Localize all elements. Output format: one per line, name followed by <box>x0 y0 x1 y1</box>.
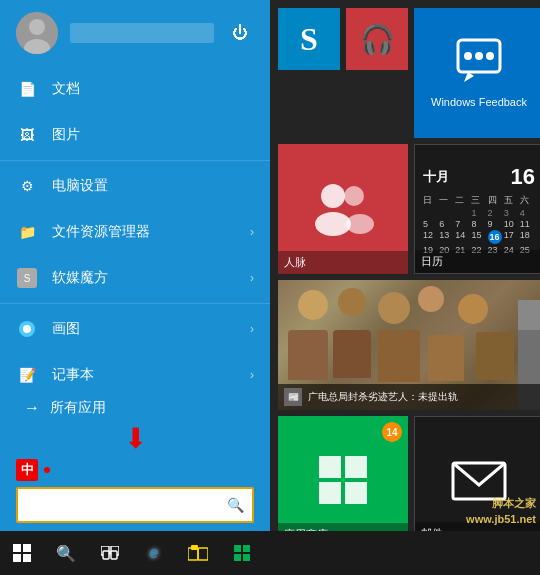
search-input[interactable] <box>26 498 221 513</box>
cal-grid: 日一二三四五六 1234 567891011 12131415161718 19… <box>423 194 535 255</box>
menu-item-pictures[interactable]: 🖼 图片 <box>0 112 270 158</box>
explorer-label: 文件资源管理器 <box>52 223 236 241</box>
svg-point-10 <box>464 52 472 60</box>
user-header: ⏻ <box>0 0 270 66</box>
pictures-label: 图片 <box>52 126 254 144</box>
divider-1 <box>0 160 270 161</box>
menu-items-list: 📄 文档 🖼 图片 ⚙ 电脑设置 📁 文件资源管理器 › S 软媒魔方 › <box>0 66 270 387</box>
svg-rect-33 <box>234 545 241 552</box>
tile-headphone[interactable]: 🎧 <box>346 8 408 70</box>
menu-item-softcube[interactable]: S 软媒魔方 › <box>0 255 270 301</box>
settings-label: 电脑设置 <box>52 177 254 195</box>
news-image: 📰 广电总局封杀劣迹艺人：未提出轨 <box>278 280 540 410</box>
calendar-content: 十月 16 日一二三四五六 1234 567891011 12131415161… <box>415 158 540 261</box>
ime-row: 中 <box>8 457 262 483</box>
news-headline: 广电总局封杀劣迹艺人：未提出轨 <box>308 390 458 404</box>
tile-windows-feedback[interactable]: Windows Feedback <box>414 8 540 138</box>
svg-rect-17 <box>319 456 341 478</box>
down-arrow-icon: ⬇ <box>124 425 147 453</box>
softcube-arrow: › <box>250 271 254 285</box>
paint-arrow: › <box>250 322 254 336</box>
tiles-row-3: 📰 广电总局封杀劣迹艺人：未提出轨 <box>278 280 540 410</box>
tiles-row-2: 人脉 十月 16 日一二三四五六 1234 567891011 12131415… <box>278 144 540 274</box>
svg-point-12 <box>486 52 494 60</box>
svg-text:S: S <box>24 273 31 284</box>
all-apps-item[interactable]: → 所有应用 <box>8 391 262 425</box>
tile-people[interactable]: 人脉 <box>278 144 408 274</box>
cal-month: 十月 <box>423 168 449 186</box>
store-badge: 14 <box>382 422 402 442</box>
pictures-icon: 🖼 <box>16 124 38 146</box>
explorer-arrow: › <box>250 225 254 239</box>
tiles-panel: S 🎧 Windows Feedback <box>270 0 540 531</box>
menu-item-settings[interactable]: ⚙ 电脑设置 <box>0 163 270 209</box>
svg-rect-29 <box>111 551 117 559</box>
people-icon <box>308 178 378 241</box>
ime-indicator[interactable]: 中 <box>16 459 38 481</box>
explorer-icon: 📁 <box>16 221 38 243</box>
tile-news[interactable]: 📰 广电总局封杀劣迹艺人：未提出轨 <box>278 280 540 410</box>
softcube-icon: S <box>16 267 38 289</box>
search-icon[interactable]: 🔍 <box>227 497 244 513</box>
tile-calendar[interactable]: 十月 16 日一二三四五六 1234 567891011 12131415161… <box>414 144 540 274</box>
watermark-line1: 脚本之家 <box>466 496 536 511</box>
cal-day: 16 <box>511 164 535 190</box>
paint-icon <box>16 318 38 340</box>
divider-2 <box>0 303 270 304</box>
power-button[interactable]: ⏻ <box>226 19 254 47</box>
documents-icon: 📄 <box>16 78 38 100</box>
svg-rect-20 <box>345 482 367 504</box>
svg-rect-18 <box>345 456 367 478</box>
avatar[interactable] <box>16 12 58 54</box>
taskbar-store[interactable] <box>220 531 264 575</box>
menu-item-notepad[interactable]: 📝 记事本 › <box>0 352 270 387</box>
svg-rect-22 <box>13 544 21 552</box>
watermark: 脚本之家 www.jb51.net <box>466 496 536 527</box>
notepad-icon: 📝 <box>16 364 38 386</box>
svg-rect-25 <box>23 554 31 562</box>
taskbar-task-view[interactable] <box>88 531 132 575</box>
start-button[interactable] <box>0 531 44 575</box>
menu-item-explorer[interactable]: 📁 文件资源管理器 › <box>0 209 270 255</box>
notepad-label: 记事本 <box>52 366 236 384</box>
svg-rect-23 <box>23 544 31 552</box>
svg-rect-32 <box>198 548 208 560</box>
tile-store[interactable]: 14 应用商店 <box>278 416 408 546</box>
svg-rect-34 <box>243 545 250 552</box>
tiles-row-1: S 🎧 Windows Feedback <box>278 8 540 138</box>
search-bar: 🔍 <box>16 487 254 523</box>
svg-rect-35 <box>234 554 241 561</box>
notepad-arrow: › <box>250 368 254 382</box>
svg-rect-31 <box>191 545 198 550</box>
menu-item-paint[interactable]: 画图 › <box>0 306 270 352</box>
tile-skype[interactable]: S <box>278 8 340 70</box>
paint-label: 画图 <box>52 320 236 338</box>
news-overlay: 📰 广电总局封杀劣迹艺人：未提出轨 <box>278 384 540 410</box>
taskbar-ie[interactable]: e <box>132 531 176 575</box>
skype-icon: S <box>300 21 318 58</box>
start-menu: ⏻ 📄 文档 🖼 图片 ⚙ 电脑设置 📁 文件资源管理器 › S 软媒魔方 › <box>0 0 270 531</box>
svg-point-11 <box>475 52 483 60</box>
svg-rect-28 <box>103 551 109 559</box>
ime-dot <box>44 467 50 473</box>
user-name-bar <box>70 23 214 43</box>
svg-point-6 <box>23 325 31 333</box>
taskbar: 🔍 e <box>0 531 540 575</box>
settings-icon: ⚙ <box>16 175 38 197</box>
all-apps-label: 所有应用 <box>50 399 106 417</box>
people-label: 人脉 <box>278 251 408 274</box>
headphone-icon: 🎧 <box>360 23 395 56</box>
watermark-line2: www.jb51.net <box>466 512 536 527</box>
menu-item-documents[interactable]: 📄 文档 <box>0 66 270 112</box>
calendar-label: 日历 <box>415 250 540 273</box>
winfeedback-label: Windows Feedback <box>427 95 531 109</box>
taskbar-search-button[interactable]: 🔍 <box>44 531 88 575</box>
down-arrow-container: ⬇ <box>8 425 262 453</box>
store-icon <box>315 452 371 511</box>
svg-rect-36 <box>243 554 250 561</box>
svg-point-13 <box>321 184 345 208</box>
softcube-label: 软媒魔方 <box>52 269 236 287</box>
svg-point-15 <box>344 186 364 206</box>
documents-label: 文档 <box>52 80 254 98</box>
taskbar-explorer[interactable] <box>176 531 220 575</box>
